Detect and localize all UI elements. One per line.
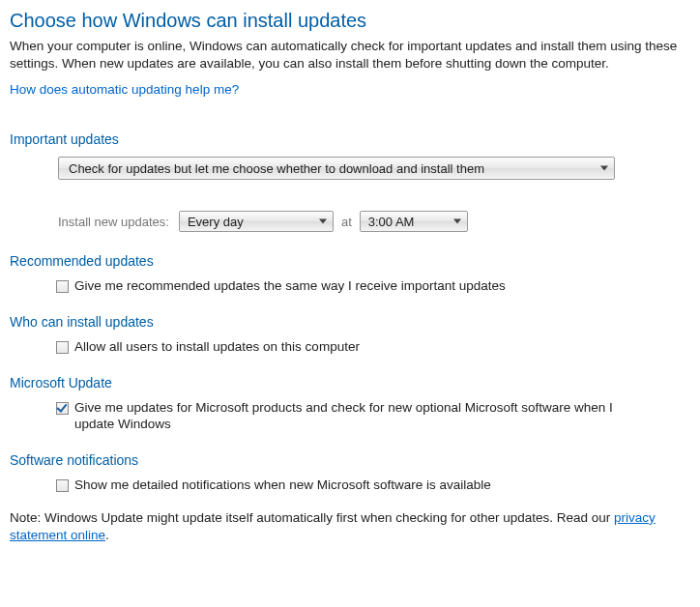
section-microsoft-update: Microsoft Update Give me updates for Mic…	[10, 375, 690, 433]
update-mode-value: Check for updates but let me choose whet…	[69, 161, 484, 176]
note-suffix: .	[105, 528, 109, 542]
heading-microsoft-update: Microsoft Update	[10, 375, 690, 390]
install-time-dropdown[interactable]: 3:00 AM	[360, 211, 468, 232]
heading-important-updates: Important updates	[10, 131, 690, 147]
recommended-checkbox-label[interactable]: Give me recommended updates the same way…	[74, 278, 506, 295]
microsoft-update-checkbox-label[interactable]: Give me updates for Microsoft products a…	[74, 400, 655, 433]
install-frequency-dropdown[interactable]: Every day	[179, 211, 334, 232]
chevron-down-icon	[453, 219, 461, 224]
heading-software-notifications: Software notifications	[10, 452, 690, 468]
software-notifications-checkbox-label[interactable]: Show me detailed notifications when new …	[74, 477, 491, 494]
section-recommended-updates: Recommended updates Give me recommended …	[10, 253, 690, 295]
intro-text: When your computer is online, Windows ca…	[10, 38, 690, 72]
install-schedule-label: Install new updates:	[58, 215, 169, 229]
software-notifications-checkbox[interactable]	[56, 479, 69, 492]
recommended-checkbox[interactable]	[56, 280, 69, 293]
help-link[interactable]: How does automatic updating help me?	[10, 82, 239, 97]
install-at-label: at	[341, 215, 352, 229]
install-frequency-value: Every day	[188, 215, 244, 229]
note-prefix: Note: Windows Update might update itself…	[10, 510, 614, 525]
microsoft-update-checkbox[interactable]	[56, 402, 69, 415]
section-who-can-install: Who can install updates Allow all users …	[10, 314, 690, 356]
note-text: Note: Windows Update might update itself…	[10, 509, 690, 544]
install-schedule-row: Install new updates: Every day at 3:00 A…	[58, 211, 690, 232]
section-important-updates: Important updates Check for updates but …	[10, 131, 690, 232]
page-title: Choose how Windows can install updates	[10, 10, 690, 32]
chevron-down-icon	[319, 219, 327, 224]
update-mode-dropdown[interactable]: Check for updates but let me choose whet…	[58, 157, 615, 180]
heading-recommended-updates: Recommended updates	[10, 253, 690, 269]
install-time-value: 3:00 AM	[368, 215, 415, 229]
allow-all-users-checkbox-label[interactable]: Allow all users to install updates on th…	[74, 339, 360, 356]
chevron-down-icon	[600, 166, 608, 171]
section-software-notifications: Software notifications Show me detailed …	[10, 452, 690, 494]
allow-all-users-checkbox[interactable]	[56, 341, 69, 354]
heading-who-can-install: Who can install updates	[10, 314, 690, 330]
